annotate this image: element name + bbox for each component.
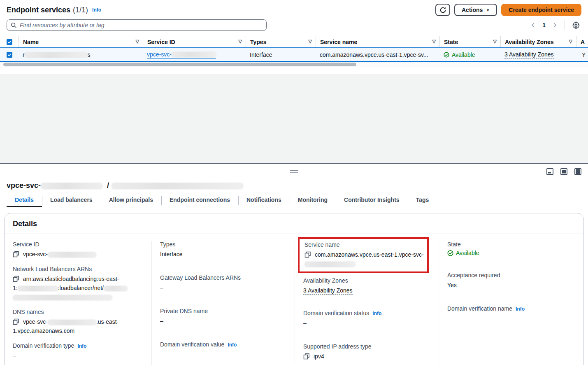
info-link[interactable]: Info <box>516 306 525 312</box>
redacted-text <box>41 183 102 189</box>
tab-details[interactable]: Details <box>7 194 42 207</box>
copy-icon[interactable] <box>13 276 19 282</box>
field-acceptance-required: Acceptance required Yes <box>447 272 576 290</box>
split-panel: vpce-svc- / Details Load balancers Allow… <box>0 163 588 365</box>
info-link[interactable]: Info <box>228 342 237 348</box>
field-private-dns-name: Private DNS name – <box>160 308 287 325</box>
field-state: State Available <box>447 241 576 256</box>
tab-notifications[interactable]: Notifications <box>238 194 290 207</box>
panel-size-medium-icon[interactable] <box>560 168 567 175</box>
availability-zones-popover[interactable]: 3 Availability Zones <box>303 287 353 295</box>
split-panel-drag-handle[interactable] <box>290 170 298 173</box>
resource-count: (1/1) <box>73 6 88 14</box>
redacted-text <box>48 320 96 325</box>
filter-icon[interactable]: ▽ <box>136 39 139 44</box>
redacted-text <box>304 262 356 267</box>
previous-page-button[interactable] <box>528 20 538 30</box>
column-header-state[interactable]: State ▽ <box>439 36 500 47</box>
gear-icon[interactable] <box>571 20 581 30</box>
row-checkbox[interactable] <box>0 52 19 58</box>
column-header-types[interactable]: Types ▽ <box>246 36 316 47</box>
panel-size-large-icon[interactable] <box>574 168 581 175</box>
page-header: Endpoint services (1/1) Info Actions ▼ C… <box>0 0 588 19</box>
field-domain-verification-status: Domain verification statusInfo – <box>303 310 431 328</box>
cell-state: Available <box>439 51 500 58</box>
filter-icon[interactable]: ▽ <box>239 39 242 44</box>
scrollbar-thumb[interactable] <box>3 63 356 66</box>
table-card-padding <box>0 67 588 74</box>
horizontal-scrollbar[interactable] <box>0 62 588 67</box>
details-column-3: Service name com.amazonaws.vpce.us-east-… <box>295 241 439 365</box>
filter-icon[interactable]: ▽ <box>569 39 572 44</box>
service-id-link[interactable]: vpce-svc- <box>147 51 216 58</box>
details-card: Details Service ID vpce-svc- Network Loa… <box>4 213 584 365</box>
table-toolbar: Find resources by attribute or tag 1 <box>0 19 588 36</box>
tab-endpoint-connections[interactable]: Endpoint connections <box>161 194 238 207</box>
chevron-down-icon: ▼ <box>486 8 490 12</box>
cell-clipped: Y <box>576 51 588 58</box>
column-header-service-name[interactable]: Service name ▽ <box>316 36 439 47</box>
actions-button[interactable]: Actions ▼ <box>454 4 497 16</box>
field-gwlb-arns: Gateway Load Balancers ARNs – <box>160 274 287 292</box>
redacted-text <box>25 52 88 58</box>
cell-service-id: vpce-svc- <box>143 51 246 58</box>
tab-monitoring[interactable]: Monitoring <box>290 194 336 207</box>
copy-icon[interactable] <box>13 251 19 257</box>
availability-zones-popover[interactable]: 3 Availability Zones <box>504 51 554 58</box>
copy-icon[interactable] <box>303 353 310 360</box>
next-page-button[interactable] <box>550 20 560 30</box>
page-title: Endpoint services <box>7 6 70 14</box>
filter-icon[interactable]: ▽ <box>432 39 436 44</box>
field-domain-verification-value: Domain verification valueInfo – <box>160 341 287 359</box>
info-link[interactable]: Info <box>92 7 101 13</box>
field-supported-ip: Supported IP address type ipv4 <box>303 343 431 361</box>
refresh-button[interactable] <box>435 4 450 16</box>
redacted-text <box>18 286 58 291</box>
tab-contributor-insights[interactable]: Contributor Insights <box>336 194 408 207</box>
redacted-text <box>13 295 112 300</box>
column-header-clipped[interactable]: A <box>576 36 588 47</box>
details-heading: Details <box>5 213 583 234</box>
field-domain-verification-type: Domain verification typeInfo – <box>13 342 144 360</box>
info-link[interactable]: Info <box>372 311 381 316</box>
create-endpoint-service-button[interactable]: Create endpoint service <box>501 4 581 16</box>
column-header-name[interactable]: Name ▽ <box>19 36 143 47</box>
tab-tags[interactable]: Tags <box>408 194 437 207</box>
filter-icon[interactable]: ▽ <box>309 39 312 44</box>
table-header-row: Name ▽ Service ID ▽ Types ▽ Service name… <box>0 36 588 47</box>
cell-name: rs <box>19 51 143 58</box>
column-header-service-id[interactable]: Service ID ▽ <box>143 36 246 47</box>
copy-icon[interactable] <box>13 318 19 325</box>
field-domain-verification-name: Domain verification nameInfo – <box>447 305 576 323</box>
info-link[interactable]: Info <box>77 343 86 349</box>
table-row[interactable]: rs vpce-svc- Interface com.amazonaws.vpc… <box>0 47 588 62</box>
details-column-2: Types Interface Gateway Load Balancers A… <box>151 241 295 365</box>
page-background <box>0 74 588 163</box>
field-nlb-arns: Network Load Balancers ARNs arn:aws:elas… <box>13 266 144 302</box>
search-input[interactable]: Find resources by attribute or tag <box>7 19 267 31</box>
redacted-text <box>112 183 243 189</box>
status-available-icon <box>444 52 449 58</box>
field-service-name: Service name com.amazonaws.vpce.us-east-… <box>304 241 424 268</box>
select-all-checkbox[interactable] <box>0 36 19 47</box>
copy-icon[interactable] <box>304 251 311 258</box>
page-number[interactable]: 1 <box>540 22 548 28</box>
field-types: Types Interface <box>160 241 287 259</box>
filter-icon[interactable]: ▽ <box>493 39 497 44</box>
cell-types: Interface <box>246 51 316 58</box>
details-column-1: Service ID vpce-svc- Network Load Balanc… <box>5 241 151 365</box>
tab-bar: Details Load balancers Allow principals … <box>0 194 588 207</box>
field-availability-zones: Availability Zones 3 Availability Zones <box>303 277 431 295</box>
red-annotation-box: Service name com.amazonaws.vpce.us-east-… <box>298 237 429 273</box>
redacted-text <box>172 52 216 57</box>
panel-size-small-icon[interactable] <box>546 168 553 175</box>
redacted-text <box>104 286 128 291</box>
toolbar-divider <box>565 20 565 30</box>
refresh-icon <box>439 7 446 14</box>
tab-load-balancers[interactable]: Load balancers <box>42 194 101 207</box>
cell-service-name: com.amazonaws.vpce.us-east-1.vpce-sv... <box>316 51 439 58</box>
field-service-id: Service ID vpce-svc- <box>13 241 144 259</box>
column-header-availability-zones[interactable]: Availability Zones ▽ <box>500 36 576 47</box>
tab-allow-principals[interactable]: Allow principals <box>101 194 161 207</box>
field-dns-names: DNS names vpce-svc-.us-east- 1.vpce.amaz… <box>13 309 144 335</box>
